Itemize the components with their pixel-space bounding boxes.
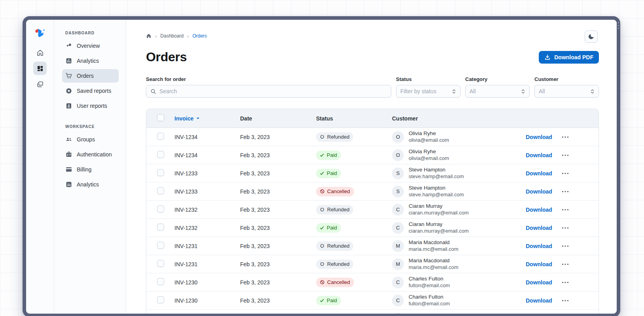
sort-arrow-icon xyxy=(196,116,200,120)
download-link[interactable]: Download xyxy=(526,261,552,267)
row-menu-button[interactable] xyxy=(562,245,569,247)
check-icon xyxy=(320,153,324,158)
star-icon xyxy=(65,87,72,94)
layers-icon xyxy=(36,81,44,88)
row-checkbox[interactable] xyxy=(157,278,164,285)
sidebar-item-label: Analytics xyxy=(77,181,99,188)
row-checkbox[interactable] xyxy=(157,187,164,194)
avatar: O xyxy=(392,131,404,143)
download-link[interactable]: Download xyxy=(526,297,552,304)
download-link[interactable]: Download xyxy=(526,243,552,249)
row-menu-button[interactable] xyxy=(562,227,569,229)
status-filter-select[interactable]: Filter by status xyxy=(396,85,460,98)
status-chip: Cancelled xyxy=(316,187,354,196)
sidebar-item-analytics[interactable]: Analytics xyxy=(62,54,119,68)
sidebar-item-groups[interactable]: Groups xyxy=(62,133,119,146)
select-all-checkbox[interactable] xyxy=(157,114,164,121)
table-row xyxy=(146,310,599,314)
groups-icon xyxy=(65,136,72,143)
sidebar-item-billing[interactable]: Billing xyxy=(62,163,119,176)
customer-email: ciaran.murray@email.com xyxy=(409,228,469,234)
customer-name: Ciaran Murray xyxy=(409,221,469,228)
sidebar-item-orders[interactable]: Orders xyxy=(62,69,119,83)
sidebar-item-workspace-analytics[interactable]: Analytics xyxy=(62,178,119,191)
row-menu-button[interactable] xyxy=(562,209,569,211)
download-link[interactable]: Download xyxy=(526,134,552,140)
rail-home-button[interactable] xyxy=(33,46,47,59)
block-icon xyxy=(320,189,325,194)
sidebar-item-label: Overview xyxy=(77,43,100,49)
moon-icon xyxy=(588,33,595,40)
row-menu-button[interactable] xyxy=(562,263,569,265)
app-window: DASHBOARD Overview xyxy=(23,16,620,316)
search-input[interactable] xyxy=(159,88,387,94)
status-chip: Refunded xyxy=(316,241,353,251)
block-icon xyxy=(320,280,325,285)
theme-toggle-button[interactable] xyxy=(585,30,598,43)
row-checkbox[interactable] xyxy=(157,205,164,213)
column-header-status: Status xyxy=(316,115,392,122)
row-menu-button[interactable] xyxy=(562,300,569,301)
invoice-cell: INV-1230 xyxy=(174,297,240,304)
chart-icon xyxy=(65,181,72,188)
row-menu-button[interactable] xyxy=(562,173,569,174)
table-row: INV-1231 Feb 3, 2023 xyxy=(146,237,599,255)
table-row: INV-1230 Feb 3, 2023 xyxy=(146,292,599,310)
sidebar-item-overview[interactable]: Overview xyxy=(62,39,119,53)
category-filter-select[interactable]: All xyxy=(465,85,530,98)
row-menu-button[interactable] xyxy=(562,282,569,283)
invoice-cell: INV-1233 xyxy=(174,170,240,177)
download-link[interactable]: Download xyxy=(526,170,552,177)
refresh-icon xyxy=(320,207,325,212)
chevron-updown-icon xyxy=(521,88,525,94)
customer-email: steve.hamp@email.com xyxy=(409,192,464,198)
badge-icon xyxy=(65,151,72,158)
main-content: › Dashboard › Orders Orders xyxy=(126,20,617,314)
download-link[interactable]: Download xyxy=(526,207,552,213)
download-link[interactable]: Download xyxy=(526,279,552,286)
avatar: S xyxy=(392,167,404,179)
sidebar-item-label: Groups xyxy=(77,136,95,143)
download-link[interactable]: Download xyxy=(526,188,552,195)
row-menu-button[interactable] xyxy=(562,136,569,138)
row-checkbox[interactable] xyxy=(157,169,164,176)
rail-layers-button[interactable] xyxy=(33,77,47,91)
status-chip: Paid xyxy=(316,150,341,160)
row-checkbox[interactable] xyxy=(157,242,164,249)
download-link[interactable]: Download xyxy=(526,225,552,231)
check-icon xyxy=(320,298,324,303)
breadcrumb-dashboard[interactable]: Dashboard xyxy=(160,33,184,39)
table-row: INV-1234 Feb 3, 2023 xyxy=(146,146,599,164)
customer-email: fulton@email.com xyxy=(409,282,450,289)
status-chip: Refunded xyxy=(316,205,353,214)
scrollbar-dots[interactable] xyxy=(617,22,619,29)
row-checkbox[interactable] xyxy=(157,151,164,158)
search-label: Search for order xyxy=(146,76,391,82)
sidebar-item-authentication[interactable]: Authentication xyxy=(62,148,119,161)
row-checkbox[interactable] xyxy=(157,260,164,267)
status-chip: Paid xyxy=(316,223,341,233)
customer-name: Maria Macdonald xyxy=(409,239,458,246)
row-checkbox[interactable] xyxy=(157,133,164,140)
refresh-icon xyxy=(320,134,325,139)
user-card-icon xyxy=(65,102,72,109)
download-icon xyxy=(544,54,551,60)
customer-filter-select[interactable]: All xyxy=(534,85,599,98)
customer-filter-label: Customer xyxy=(534,76,599,82)
sidebar-item-saved-reports[interactable]: Saved reports xyxy=(62,84,119,98)
download-pdf-button[interactable]: Download PDF xyxy=(539,51,599,64)
row-checkbox[interactable] xyxy=(157,224,164,231)
download-link[interactable]: Download xyxy=(526,152,552,158)
sidebar-item-user-reports[interactable]: User reports xyxy=(62,99,119,113)
column-header-invoice[interactable]: Invoice xyxy=(174,115,240,122)
row-checkbox[interactable] xyxy=(157,296,164,303)
row-menu-button[interactable] xyxy=(562,154,569,156)
status-filter-value: Filter by status xyxy=(400,88,449,94)
row-menu-button[interactable] xyxy=(562,191,569,192)
date-cell: Feb 3, 2023 xyxy=(240,225,316,231)
customer-name: Steve Hampton xyxy=(409,167,464,173)
rail-dashboard-button[interactable] xyxy=(33,62,47,75)
check-icon xyxy=(320,226,324,230)
desktop-background: DASHBOARD Overview xyxy=(0,0,644,316)
home-icon[interactable] xyxy=(146,33,152,39)
